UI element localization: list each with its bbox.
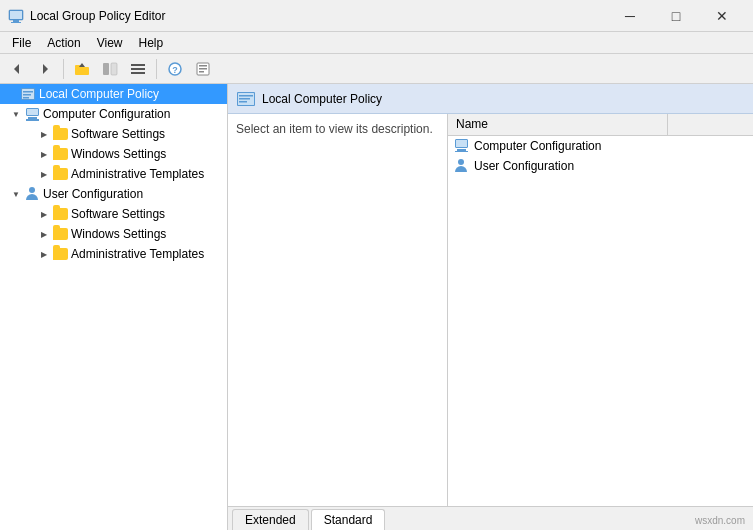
list-header: Name	[448, 114, 753, 136]
folder-icon-at1	[52, 166, 68, 182]
folder-icon-ws2	[52, 226, 68, 242]
list-row-computer-label: Computer Configuration	[474, 139, 601, 153]
expand-icon-sw1: ▶	[36, 126, 52, 142]
show-hide-button[interactable]	[97, 57, 123, 81]
svg-rect-13	[131, 72, 145, 74]
up-folder-icon	[74, 62, 90, 76]
svg-rect-17	[199, 65, 207, 67]
menu-file[interactable]: File	[4, 34, 39, 52]
toolbar: ?	[0, 54, 753, 84]
expand-icon-ws1: ▶	[36, 146, 52, 162]
svg-rect-27	[239, 95, 253, 97]
app-icon	[8, 8, 24, 24]
description-pane: Select an item to view its description.	[228, 114, 448, 506]
toolbar-separator-2	[156, 59, 157, 79]
svg-rect-18	[199, 68, 207, 70]
svg-rect-6	[75, 67, 89, 75]
up-folder-button[interactable]	[69, 57, 95, 81]
right-panel: Local Computer Policy Select an item to …	[228, 84, 753, 530]
folder-icon-sw2	[52, 206, 68, 222]
tab-extended[interactable]: Extended	[232, 509, 309, 530]
menu-view[interactable]: View	[89, 34, 131, 52]
forward-icon	[38, 62, 52, 76]
svg-rect-9	[103, 63, 109, 75]
svg-rect-11	[131, 64, 145, 66]
minimize-button[interactable]: ─	[607, 0, 653, 32]
tree-label-admin-templates-2: Administrative Templates	[71, 247, 204, 261]
folder-icon-sw1	[52, 126, 68, 142]
back-button[interactable]	[4, 57, 30, 81]
title-bar: Local Group Policy Editor ─ □ ✕	[0, 0, 753, 32]
policy-icon	[20, 86, 36, 102]
tree-item-software-settings-1[interactable]: ▶ Software Settings	[0, 124, 227, 144]
menu-action[interactable]: Action	[39, 34, 88, 52]
expand-icon-user-config: ▼	[8, 186, 24, 202]
bottom-tabs: Extended Standard	[228, 506, 753, 530]
back-icon	[10, 62, 24, 76]
right-panel-header: Local Computer Policy	[228, 84, 753, 114]
right-header-icon	[236, 91, 256, 107]
tree-item-local-computer-policy[interactable]: Local Computer Policy	[0, 84, 227, 104]
folder-icon-ws1	[52, 146, 68, 162]
list-row-user-label: User Configuration	[474, 159, 574, 173]
help-button[interactable]: ?	[162, 57, 188, 81]
svg-rect-22	[23, 91, 33, 93]
tree-label-admin-templates-1: Administrative Templates	[71, 167, 204, 181]
list-button[interactable]	[125, 57, 151, 81]
svg-rect-23	[23, 94, 31, 96]
svg-rect-3	[11, 22, 21, 23]
maximize-button[interactable]: □	[653, 0, 699, 32]
toolbar-separator-1	[63, 59, 64, 79]
watermark: wsxdn.com	[695, 515, 745, 526]
column-header-name[interactable]: Name	[448, 114, 668, 135]
tree-item-admin-templates-1[interactable]: ▶ Administrative Templates	[0, 164, 227, 184]
svg-rect-1	[10, 11, 22, 19]
svg-rect-24	[23, 97, 29, 99]
title-bar-left: Local Group Policy Editor	[8, 8, 165, 24]
tree-panel: Local Computer Policy ▼ Computer Configu…	[0, 84, 228, 530]
right-header-title: Local Computer Policy	[262, 92, 382, 106]
properties-button[interactable]	[190, 57, 216, 81]
right-content: Select an item to view its description. …	[228, 114, 753, 506]
tree-label-windows-settings-2: Windows Settings	[71, 227, 166, 241]
close-button[interactable]: ✕	[699, 0, 745, 32]
forward-button[interactable]	[32, 57, 58, 81]
list-row-user-icon	[452, 157, 470, 175]
expand-icon-sw2: ▶	[36, 206, 52, 222]
tab-standard[interactable]: Standard	[311, 509, 386, 530]
svg-text:?: ?	[172, 65, 178, 75]
main-area: Local Computer Policy ▼ Computer Configu…	[0, 84, 753, 530]
show-hide-icon	[102, 62, 118, 76]
svg-rect-2	[13, 20, 19, 22]
tree-item-windows-settings-2[interactable]: ▶ Windows Settings	[0, 224, 227, 244]
expand-icon-at1: ▶	[36, 166, 52, 182]
svg-marker-5	[43, 64, 48, 74]
tree-label-user-config: User Configuration	[43, 187, 143, 201]
menu-help[interactable]: Help	[131, 34, 172, 52]
expand-icon-computer-config: ▼	[8, 106, 24, 122]
tree-label-local-computer-policy: Local Computer Policy	[39, 87, 159, 101]
list-row-user-config[interactable]: User Configuration	[448, 156, 753, 176]
tree-item-user-configuration[interactable]: ▼ User Configuration	[0, 184, 227, 204]
title-text: Local Group Policy Editor	[30, 9, 165, 23]
expand-icon-ws2: ▶	[36, 226, 52, 242]
expand-icon-at2: ▶	[36, 246, 52, 262]
folder-icon-at2	[52, 246, 68, 262]
list-row-computer-config[interactable]: Computer Configuration	[448, 136, 753, 156]
list-icon	[130, 62, 146, 76]
list-row-computer-icon	[452, 137, 470, 155]
svg-rect-29	[239, 101, 247, 103]
tree-label-windows-settings-1: Windows Settings	[71, 147, 166, 161]
tree-item-admin-templates-2[interactable]: ▶ Administrative Templates	[0, 244, 227, 264]
computer-icon	[24, 106, 40, 122]
tree-item-windows-settings-1[interactable]: ▶ Windows Settings	[0, 144, 227, 164]
menu-bar: File Action View Help	[0, 32, 753, 54]
tree-item-software-settings-2[interactable]: ▶ Software Settings	[0, 204, 227, 224]
user-icon	[24, 186, 40, 202]
svg-rect-12	[131, 68, 145, 70]
tree-item-computer-configuration[interactable]: ▼ Computer Configuration	[0, 104, 227, 124]
svg-rect-10	[111, 63, 117, 75]
list-pane: Name Computer Configuration	[448, 114, 753, 506]
tree-label-computer-config: Computer Configuration	[43, 107, 170, 121]
help-icon: ?	[168, 62, 182, 76]
